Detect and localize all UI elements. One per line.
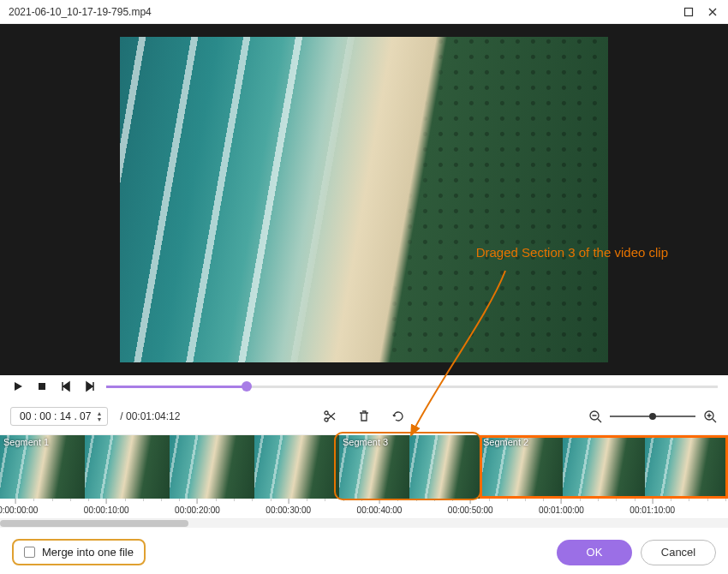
progress-slider[interactable] <box>106 376 718 397</box>
trash-icon[interactable] <box>356 409 372 424</box>
segment-label: Segment 1 <box>3 437 49 447</box>
svg-rect-0 <box>685 8 693 15</box>
timeline-track[interactable]: Segment 1Segment 3Segment 2 <box>0 435 728 499</box>
timeline-thumbnail[interactable] <box>563 435 646 499</box>
timeline-thumbnail[interactable]: Segment 1 <box>0 435 85 499</box>
ruler-tick: 00:00:40:00 <box>357 499 403 515</box>
timeline-thumbnail[interactable] <box>645 435 728 499</box>
rotate-icon[interactable] <box>391 409 406 424</box>
zoom-controls <box>588 409 718 424</box>
segment-label: Segment 3 <box>343 437 388 447</box>
total-duration: / 00:01:04:12 <box>120 410 180 422</box>
video-preview-frame[interactable] <box>120 37 608 362</box>
edit-toolbar: 00 : 00 : 14 . 07 ▲▼ / 00:01:04:12 <box>0 398 728 435</box>
playback-controls <box>0 375 728 398</box>
segment-label: Segment 2 <box>483 437 528 447</box>
prev-frame-icon[interactable] <box>58 379 74 394</box>
ruler-tick: 00:00:50:00 <box>448 499 493 515</box>
footer-bar: Merge into one file OK Cancel <box>0 539 728 565</box>
svg-rect-1 <box>39 383 45 390</box>
ruler-tick: 00:00:20:00 <box>175 499 220 515</box>
zoom-out-icon[interactable] <box>588 409 603 424</box>
timeline-thumbnail[interactable] <box>254 435 339 499</box>
timeline-ruler: 00:00:00:0000:00:10:0000:00:20:0000:00:3… <box>0 499 728 519</box>
ruler-tick: 00:01:10:00 <box>630 499 675 515</box>
next-frame-icon[interactable] <box>82 379 98 394</box>
merge-label: Merge into one file <box>42 546 134 559</box>
time-spinner[interactable]: ▲▼ <box>96 410 102 422</box>
current-time-input[interactable]: 00 : 00 : 14 . 07 ▲▼ <box>10 407 108 426</box>
timeline-thumbnail[interactable]: Segment 2 <box>480 435 563 499</box>
ruler-tick: 00:00:30:00 <box>266 499 311 515</box>
maximize-icon[interactable] <box>682 5 695 19</box>
stop-icon[interactable] <box>34 379 50 394</box>
svg-point-2 <box>325 411 328 415</box>
timeline-thumbnail[interactable] <box>409 435 480 499</box>
timeline-thumbnail[interactable] <box>170 435 254 499</box>
window-controls <box>682 5 719 19</box>
scissors-icon[interactable] <box>322 409 337 424</box>
timeline-thumbnail[interactable] <box>85 435 170 499</box>
window-title: 2021-06-10_10-17-19-795.mp4 <box>9 6 152 18</box>
zoom-slider[interactable] <box>610 416 695 417</box>
ruler-tick: 00:00:00:00 <box>0 499 38 515</box>
title-bar: 2021-06-10_10-17-19-795.mp4 <box>0 0 728 24</box>
video-preview-area: Draged Section 3 of the video clip <box>0 24 728 375</box>
current-time-value: 00 : 00 : 14 . 07 <box>20 410 91 422</box>
ok-button[interactable]: OK <box>557 540 632 565</box>
checkbox-icon <box>24 547 35 558</box>
play-icon[interactable] <box>10 379 26 394</box>
timeline-scrollbar[interactable] <box>0 519 728 528</box>
cancel-button[interactable]: Cancel <box>641 540 716 565</box>
zoom-in-icon[interactable] <box>702 409 718 424</box>
svg-point-3 <box>325 418 328 422</box>
ruler-tick: 00:00:10:00 <box>84 499 129 515</box>
ruler-tick: 00:01:00:00 <box>539 499 584 515</box>
timeline-thumbnail[interactable]: Segment 3 <box>339 435 409 499</box>
merge-into-one-file-checkbox[interactable]: Merge into one file <box>12 539 146 565</box>
close-icon[interactable] <box>706 5 719 19</box>
